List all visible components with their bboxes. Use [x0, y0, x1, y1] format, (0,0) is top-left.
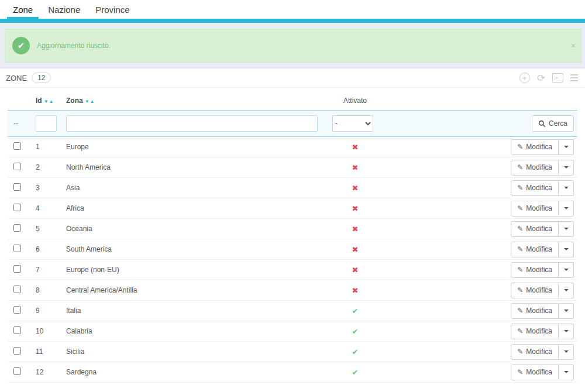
- tab-province[interactable]: Province: [90, 0, 135, 19]
- row-id-cell: 12: [32, 362, 63, 383]
- header-checkbox-column: [8, 91, 32, 111]
- status-inactive-icon[interactable]: ✖: [352, 184, 359, 192]
- edit-button[interactable]: ✎Modifica: [511, 344, 559, 360]
- tab-zone[interactable]: Zone: [7, 0, 39, 19]
- row-checkbox[interactable]: [13, 183, 21, 191]
- row-dropdown-toggle[interactable]: [559, 242, 574, 257]
- row-checkbox[interactable]: [13, 163, 21, 170]
- edit-button-label: Modifica: [526, 348, 552, 356]
- row-checkbox[interactable]: [13, 286, 21, 293]
- edit-button-label: Modifica: [526, 286, 552, 294]
- status-inactive-icon[interactable]: ✖: [352, 143, 359, 152]
- sort-id-icons[interactable]: ▼▲: [44, 99, 54, 104]
- status-inactive-icon[interactable]: ✖: [352, 266, 359, 274]
- status-active-icon[interactable]: ✔: [352, 368, 359, 377]
- panel-title: ZONE: [6, 74, 27, 82]
- edit-button[interactable]: ✎Modifica: [511, 242, 559, 257]
- search-button[interactable]: Cerca: [532, 115, 574, 132]
- pencil-icon: ✎: [517, 245, 523, 253]
- row-checkbox[interactable]: [13, 142, 21, 150]
- row-actions: ✎Modifica: [511, 180, 574, 196]
- pencil-icon: ✎: [517, 307, 523, 315]
- row-checkbox[interactable]: [13, 326, 21, 334]
- header-actions-column: [381, 91, 577, 111]
- caret-down-icon: [564, 371, 569, 373]
- pencil-icon: ✎: [517, 143, 523, 151]
- row-dropdown-toggle[interactable]: [559, 283, 574, 298]
- row-checkbox[interactable]: [13, 224, 21, 232]
- table-row: 12Sardegna✔✎Modifica: [8, 362, 577, 383]
- table-row: 8Central America/Antilla✖✎Modifica: [8, 280, 577, 301]
- row-dropdown-toggle[interactable]: [559, 344, 574, 360]
- sql-console-button[interactable]: >_: [552, 73, 563, 82]
- row-dropdown-toggle[interactable]: [559, 365, 574, 380]
- edit-button[interactable]: ✎Modifica: [511, 324, 559, 339]
- row-dropdown-toggle[interactable]: [559, 139, 574, 155]
- row-actions: ✎Modifica: [511, 303, 574, 319]
- status-active-icon[interactable]: ✔: [352, 327, 359, 336]
- caret-down-icon: [564, 207, 569, 209]
- row-checkbox[interactable]: [13, 347, 21, 355]
- row-actions: ✎Modifica: [511, 160, 574, 176]
- edit-button[interactable]: ✎Modifica: [511, 160, 559, 176]
- row-dropdown-toggle[interactable]: [559, 160, 574, 176]
- row-dropdown-toggle[interactable]: [559, 180, 574, 196]
- status-active-icon[interactable]: ✔: [352, 348, 359, 356]
- table-row: 2North America✖✎Modifica: [8, 157, 577, 178]
- header-attivato: Attivato: [329, 91, 381, 111]
- edit-button-label: Modifica: [526, 266, 552, 274]
- status-active-icon[interactable]: ✔: [352, 307, 359, 315]
- add-zone-button[interactable]: +: [519, 73, 530, 83]
- caret-down-icon: [564, 310, 569, 312]
- zones-panel: ZONE 12 + ⟳ >_ Id▼▲ Zona▼▲ Attivato: [0, 68, 585, 392]
- status-inactive-icon[interactable]: ✖: [352, 225, 359, 233]
- edit-button[interactable]: ✎Modifica: [511, 262, 559, 278]
- status-inactive-icon[interactable]: ✖: [352, 204, 359, 213]
- filter-attivato-select[interactable]: -: [332, 115, 373, 132]
- row-actions: ✎Modifica: [511, 344, 574, 360]
- edit-button[interactable]: ✎Modifica: [511, 283, 559, 298]
- row-dropdown-toggle[interactable]: [559, 324, 574, 339]
- tab-nazione[interactable]: Nazione: [42, 0, 86, 19]
- row-zona-cell: Oceania: [63, 219, 329, 239]
- alert-close-icon[interactable]: ×: [571, 41, 576, 50]
- panel-heading: ZONE 12 + ⟳ >_: [0, 68, 585, 88]
- row-checkbox[interactable]: [13, 265, 21, 273]
- row-id-cell: 3: [32, 178, 63, 198]
- filter-row: -- - Cerca: [8, 111, 577, 137]
- row-dropdown-toggle[interactable]: [559, 303, 574, 319]
- edit-button[interactable]: ✎Modifica: [511, 139, 559, 155]
- row-zona-cell: South America: [63, 239, 329, 260]
- zones-table: Id▼▲ Zona▼▲ Attivato -- -: [8, 91, 577, 383]
- refresh-button[interactable]: ⟳: [537, 73, 545, 83]
- row-dropdown-toggle[interactable]: [559, 201, 574, 216]
- row-checkbox[interactable]: [13, 367, 21, 375]
- edit-button[interactable]: ✎Modifica: [511, 221, 559, 237]
- edit-button-label: Modifica: [526, 307, 552, 315]
- no-filter-label: --: [11, 119, 18, 128]
- row-dropdown-toggle[interactable]: [559, 262, 574, 278]
- row-zona-cell: Central America/Antilla: [63, 280, 329, 301]
- sort-zona-icons[interactable]: ▼▲: [85, 99, 95, 104]
- status-inactive-icon[interactable]: ✖: [352, 245, 359, 254]
- row-checkbox[interactable]: [13, 245, 21, 252]
- row-dropdown-toggle[interactable]: [559, 221, 574, 237]
- table-wrap: Id▼▲ Zona▼▲ Attivato -- -: [0, 88, 585, 383]
- edit-button[interactable]: ✎Modifica: [511, 201, 559, 216]
- success-alert: ✔ Aggiornamento riuscito. ×: [5, 29, 581, 63]
- row-checkbox[interactable]: [13, 306, 21, 314]
- row-zona-cell: Europe: [63, 137, 329, 157]
- filter-id-input[interactable]: [36, 115, 57, 132]
- table-row: 3Asia✖✎Modifica: [8, 178, 577, 198]
- edit-button-label: Modifica: [526, 327, 552, 335]
- status-inactive-icon[interactable]: ✖: [352, 163, 359, 172]
- edit-button[interactable]: ✎Modifica: [511, 365, 559, 380]
- edit-button[interactable]: ✎Modifica: [511, 180, 559, 196]
- alert-message: Aggiornamento riuscito.: [37, 42, 111, 50]
- filter-zona-input[interactable]: [66, 115, 318, 132]
- pencil-icon: ✎: [517, 163, 523, 171]
- status-inactive-icon[interactable]: ✖: [352, 286, 359, 295]
- edit-button[interactable]: ✎Modifica: [511, 303, 559, 319]
- export-button[interactable]: [570, 74, 578, 81]
- row-checkbox[interactable]: [13, 204, 21, 211]
